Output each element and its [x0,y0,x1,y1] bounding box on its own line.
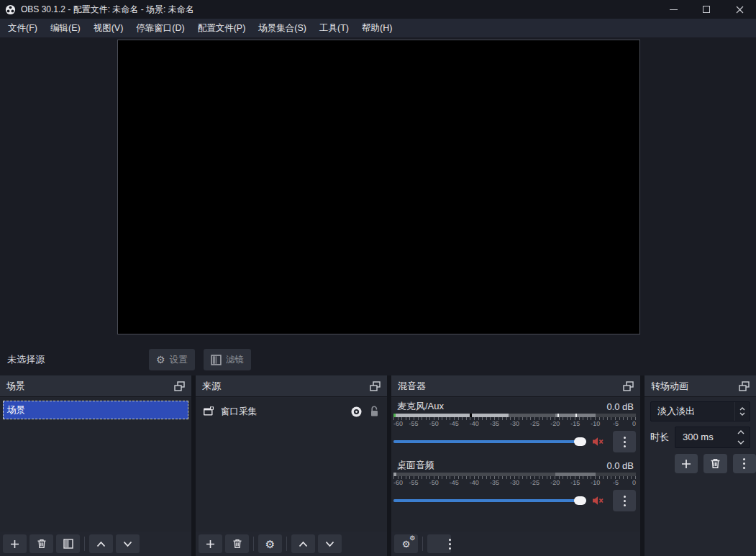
chevron-down-icon [123,541,132,547]
filter-icon [63,539,73,549]
menu-item-docks[interactable]: 停靠窗口(D) [129,19,191,37]
db-scale-label: -30 [510,479,519,486]
chevron-up-icon [739,407,745,411]
maximize-button[interactable] [690,0,723,19]
volume-slider-handle[interactable] [574,437,586,446]
remove-scene-button[interactable] [29,534,53,553]
mixer-options-button[interactable] [427,534,451,553]
transition-select[interactable]: 淡入淡出 [650,401,750,421]
sources-toolbar: ⚙ [199,534,342,553]
db-scale-label: -25 [530,420,539,427]
db-scale-label: -10 [591,420,600,427]
db-scale-label: -45 [450,420,459,427]
source-properties-toolbar-button[interactable]: ⚙ [258,534,282,553]
sources-panel-header: 来源 [196,375,387,397]
mixer-toolbar: ⚙⚙ [394,534,451,553]
scene-item[interactable]: 场景 [3,401,188,419]
db-scale-label: -40 [470,420,479,427]
sources-panel-title: 来源 [202,380,370,393]
volume-slider[interactable] [393,496,586,506]
menu-item-file[interactable]: 文件(F) [1,19,44,37]
transitions-panel: 转场动画 淡入淡出 时长 300 ms [645,375,756,556]
scene-item-label: 场景 [7,404,25,416]
more-icon [743,458,745,469]
more-icon [624,496,626,498]
transition-options-button[interactable] [733,454,756,473]
channel-volume-db: 0.0 dB [606,460,634,471]
sources-list: 窗口采集 [196,398,387,532]
eye-icon [350,406,363,418]
menu-item-view[interactable]: 视图(V) [87,19,130,37]
source-filters-button[interactable]: 滤镜 [204,349,251,370]
transition-select-value: 淡入淡出 [651,405,734,418]
menu-item-edit[interactable]: 编辑(E) [44,19,87,37]
minimize-button[interactable] [657,0,690,19]
advanced-audio-properties-button[interactable]: ⚙⚙ [394,534,418,553]
double-gear-icon: ⚙⚙ [402,539,411,549]
duration-decrease-button[interactable] [737,440,744,445]
remove-transition-button[interactable] [703,454,727,473]
move-scene-down-button[interactable] [116,534,140,553]
db-scale-label: -15 [570,420,580,427]
trash-icon [710,458,721,469]
db-scale-label: -60 [393,420,403,427]
db-scale-label: -45 [450,479,459,486]
mute-button[interactable] [592,437,604,447]
close-button[interactable] [723,0,756,19]
db-scale-label: 0 [632,420,636,427]
source-filters-label: 滤镜 [226,354,244,366]
toolbar-divider [84,537,85,551]
channel-options-button[interactable] [613,431,636,452]
chevron-up-icon [96,541,106,547]
volume-slider-handle[interactable] [574,496,586,505]
plus-icon [681,459,691,469]
scenes-panel: 场景 场景 [0,375,191,556]
mixer-panel-header: 混音器 [391,375,640,397]
plus-icon [206,539,215,549]
preview-canvas[interactable] [117,40,640,334]
chevron-up-icon [299,541,308,547]
menu-item-tools[interactable]: 工具(T) [313,19,355,37]
toolbar-divider [253,537,254,551]
move-source-down-button[interactable] [318,534,342,553]
volume-meter [393,414,636,417]
scene-filters-button[interactable] [56,534,80,553]
popout-icon [370,381,381,391]
db-scale-label: -20 [550,420,560,427]
audio-mixer-panel: 混音器 麦克风/Aux 0.0 dB [391,375,640,556]
menu-item-profile[interactable]: 配置文件(P) [191,19,252,37]
add-scene-button[interactable] [3,534,27,553]
source-properties-button[interactable]: ⚙ 设置 [149,349,195,370]
window-title: OBS 30.1.2 - 配置文件: 未命名 - 场景: 未命名 [21,4,194,16]
title-bar: OBS 30.1.2 - 配置文件: 未命名 - 场景: 未命名 [0,0,756,19]
add-source-button[interactable] [199,534,222,553]
menu-item-scene-collection[interactable]: 场景集合(S) [252,19,313,37]
toolbar-divider [286,537,287,551]
mute-button[interactable] [592,496,604,506]
mixer-channel-desktop: 桌面音频 0.0 dB -60 -55 -50 -45 [393,459,636,511]
menu-bar: 文件(F) 编辑(E) 视图(V) 停靠窗口(D) 配置文件(P) 场景集合(S… [0,19,756,37]
db-scale-label: -5 [613,479,619,486]
move-source-up-button[interactable] [291,534,315,553]
add-transition-button[interactable] [675,454,698,473]
volume-slider[interactable] [393,437,586,447]
menu-item-help[interactable]: 帮助(H) [355,19,399,37]
mixer-channels: 麦克风/Aux 0.0 dB -6 [391,398,640,532]
db-scale-label: -50 [429,420,439,427]
remove-source-button[interactable] [225,534,249,553]
db-scale-label: -50 [429,479,439,486]
duration-increase-button[interactable] [737,430,744,434]
scenes-list: 场景 [0,398,191,532]
source-lock-button[interactable] [369,406,380,417]
db-scale-label: -60 [393,479,403,486]
chevron-down-icon [325,541,334,547]
channel-options-button[interactable] [613,490,636,511]
no-source-selected-label: 未选择源 [7,344,45,375]
source-visibility-button[interactable] [350,406,363,418]
duration-spinbox[interactable]: 300 ms [675,427,750,448]
plus-icon [10,539,19,549]
move-scene-up-button[interactable] [89,534,113,553]
toolbar-divider [422,537,423,551]
source-item[interactable]: 窗口采集 [196,401,387,422]
muted-speaker-icon [592,437,604,447]
